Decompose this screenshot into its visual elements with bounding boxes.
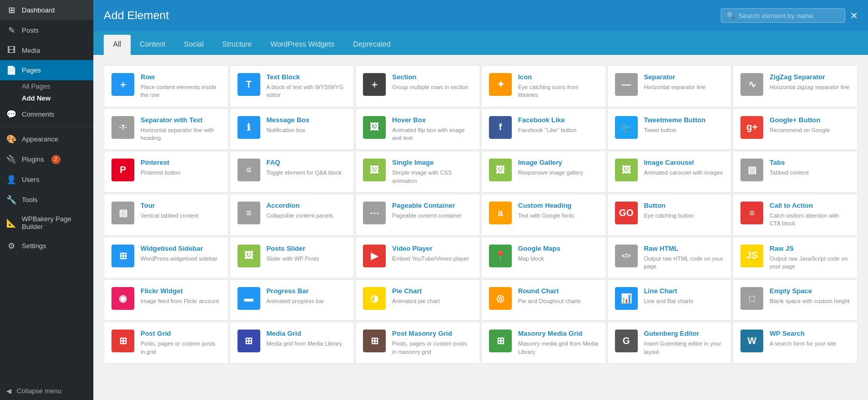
- element-card[interactable]: ◎Round ChartPie and Doughnut charts: [481, 279, 606, 321]
- element-icon: a: [489, 202, 512, 224]
- collapse-icon: ◀: [6, 387, 11, 395]
- element-card[interactable]: JSRaw JSOutput raw JavaScript code on yo…: [733, 237, 858, 279]
- element-card[interactable]: ▤TabsTabbed content: [733, 151, 858, 193]
- close-button[interactable]: ×: [850, 9, 858, 22]
- element-desc: Collapsible content panels: [267, 212, 347, 220]
- element-name: Post Grid: [141, 330, 221, 338]
- tab-deprecated[interactable]: Deprecated: [344, 35, 400, 55]
- sidebar-item-pages[interactable]: 📄 Pages: [0, 60, 93, 80]
- element-card[interactable]: 🐦Tweetmeme ButtonTweet button: [607, 108, 732, 150]
- element-icon: g+: [740, 116, 763, 139]
- element-card[interactable]: ✦IconEye catching icons from libraries: [481, 65, 606, 107]
- element-name: Raw HTML: [644, 245, 724, 253]
- element-icon: ⊞: [363, 330, 386, 352]
- element-card[interactable]: GGutenberg EditorInsert Gutenberg editor…: [607, 322, 732, 364]
- element-info: Hover BoxAnimated flip box with image an…: [392, 116, 472, 142]
- sidebar-item-comments[interactable]: 💬 Comments: [0, 104, 93, 124]
- element-card[interactable]: 🖼Posts SliderSlider with WP Posts: [230, 237, 355, 279]
- sidebar-item-users[interactable]: 👤 Users: [0, 169, 93, 190]
- element-card[interactable]: ◑Pie ChartAnimated pie chart: [355, 279, 480, 321]
- collapse-menu[interactable]: ◀ Collapse menu: [0, 382, 93, 400]
- sidebar-sub-add-new[interactable]: Add New: [0, 92, 93, 104]
- users-icon: 👤: [6, 175, 17, 184]
- tab-structure[interactable]: Structure: [213, 35, 261, 55]
- sidebar-sub-all-pages[interactable]: All Pages: [0, 80, 93, 92]
- element-card[interactable]: ⊞Media GridMedia grid from Media Library: [230, 322, 355, 364]
- sidebar-item-label: Dashboard: [22, 6, 55, 14]
- element-card[interactable]: □Empty SpaceBlank space with custom heig…: [733, 279, 858, 321]
- element-card[interactable]: aCustom HeadingText with Google fonts: [481, 194, 606, 236]
- element-icon: 🐦: [615, 116, 638, 139]
- element-desc: Facebook "Like" button: [518, 126, 598, 134]
- element-card[interactable]: 🖼Image CarouselAnimated carousel with im…: [607, 151, 732, 193]
- pages-icon: 📄: [6, 65, 17, 75]
- element-card[interactable]: ▬Progress BarAnimated progress bar: [230, 279, 355, 321]
- collapse-label: Collapse menu: [17, 387, 62, 395]
- element-icon: G: [615, 330, 638, 352]
- sidebar-item-wpbakery[interactable]: 📐 WPBakery Page Builder: [0, 210, 93, 236]
- element-desc: Place content elements inside the row: [141, 83, 221, 99]
- element-card[interactable]: ⊞Post Masonry GridPosts, pages or custom…: [355, 322, 480, 364]
- element-card[interactable]: ▶Video PlayerEmbed YouTube/Vimeo player: [355, 237, 480, 279]
- search-box[interactable]: 🔍: [721, 8, 845, 23]
- element-card[interactable]: —SeparatorHorizontal separator line: [607, 65, 732, 107]
- element-card[interactable]: ⊞Post GridPosts, pages or custom posts i…: [104, 322, 229, 364]
- element-card[interactable]: fFacebook LikeFacebook "Like" button: [481, 108, 606, 150]
- element-desc: WordPress widgetised sidebar: [141, 255, 221, 263]
- element-info: Empty SpaceBlank space with custom heigh…: [769, 287, 850, 305]
- element-card[interactable]: ≡Call to ActionCatch visitors attention …: [733, 194, 858, 236]
- sidebar-item-plugins[interactable]: 🔌 Plugins 2: [0, 149, 93, 169]
- element-name: Flickr Widget: [141, 287, 221, 296]
- element-card[interactable]: ⋯Pageable ContainerPageable content cont…: [355, 194, 480, 236]
- tab-all[interactable]: All: [104, 35, 131, 55]
- element-name: Tour: [141, 202, 221, 210]
- element-card[interactable]: 🖼Hover BoxAnimated flip box with image a…: [355, 108, 480, 150]
- element-card[interactable]: ℹMessage BoxNotification box: [230, 108, 355, 150]
- element-card[interactable]: PPinterestPinterest button: [104, 151, 229, 193]
- element-card[interactable]: ⊞Widgetised SidebarWordPress widgetised …: [104, 237, 229, 279]
- element-icon: ≡: [237, 159, 260, 181]
- element-info: Post GridPosts, pages or custom posts in…: [141, 330, 221, 356]
- sidebar-item-posts[interactable]: ✎ Posts: [0, 20, 93, 40]
- element-card[interactable]: ◉Flickr WidgetImage feed from Flickr acc…: [104, 279, 229, 321]
- element-card[interactable]: ▤TourVertical tabbed content: [104, 194, 229, 236]
- element-card[interactable]: -T-Separator with TextHorizontal separat…: [104, 108, 229, 150]
- element-card[interactable]: ≡FAQToggle element for Q&A block: [230, 151, 355, 193]
- element-info: Message BoxNotification box: [267, 116, 347, 134]
- element-card[interactable]: 🖼Single ImageSimple image with CSS anima…: [355, 151, 480, 193]
- element-card[interactable]: GOButtonEye catching button: [607, 194, 732, 236]
- element-card[interactable]: WWP SearchA search form for your site: [733, 322, 858, 364]
- search-input[interactable]: [738, 12, 839, 20]
- element-card[interactable]: ∿ZigZag SeparatorHorizontal zigzag separ…: [733, 65, 858, 107]
- element-card[interactable]: 🖼Image GalleryResponsive image gallery: [481, 151, 606, 193]
- sidebar-item-appearance[interactable]: 🎨 Appearance: [0, 129, 93, 149]
- tab-social[interactable]: Social: [175, 35, 213, 55]
- element-name: Single Image: [392, 159, 472, 167]
- sidebar-item-label: Users: [22, 176, 39, 183]
- sidebar-item-tools[interactable]: 🔧 Tools: [0, 190, 93, 210]
- element-name: Widgetised Sidebar: [141, 245, 221, 253]
- sidebar-item-label: Pages: [22, 66, 41, 74]
- element-card[interactable]: 📊Line ChartLine and Bar charts: [607, 279, 732, 321]
- tab-wordpress-widgets[interactable]: WordPress Widgets: [261, 35, 344, 55]
- element-desc: Tweet button: [644, 126, 724, 134]
- sidebar-item-settings[interactable]: ⚙ Settings: [0, 236, 93, 256]
- element-card[interactable]: ＋SectionGroup multiple rows in section: [355, 65, 480, 107]
- element-card[interactable]: ＋RowPlace content elements inside the ro…: [104, 65, 229, 107]
- element-card[interactable]: ≡AccordionCollapsible content panels: [230, 194, 355, 236]
- element-card[interactable]: TText BlockA block of text with WYSIWYG …: [230, 65, 355, 107]
- tab-content[interactable]: Content: [131, 35, 175, 55]
- element-name: Tweetmeme Button: [644, 116, 724, 125]
- element-info: Facebook LikeFacebook "Like" button: [518, 116, 598, 134]
- element-card[interactable]: ⊞Masonry Media GridMasonry media grid fr…: [481, 322, 606, 364]
- sidebar-item-media[interactable]: 🎞 Media: [0, 40, 93, 60]
- element-card[interactable]: 📍Google MapsMap block: [481, 237, 606, 279]
- element-desc: Blank space with custom height: [769, 297, 850, 305]
- sidebar-item-dashboard[interactable]: ⊞ Dashboard: [0, 0, 93, 20]
- element-name: Separator: [644, 73, 724, 82]
- element-card[interactable]: </>Raw HTMLOutput raw HTML code on your …: [607, 237, 732, 279]
- element-card[interactable]: g+Google+ ButtonRecommend on Google: [733, 108, 858, 150]
- element-info: TabsTabbed content: [769, 159, 850, 177]
- sidebar-item-label: Plugins: [22, 155, 44, 163]
- element-icon: JS: [740, 245, 763, 267]
